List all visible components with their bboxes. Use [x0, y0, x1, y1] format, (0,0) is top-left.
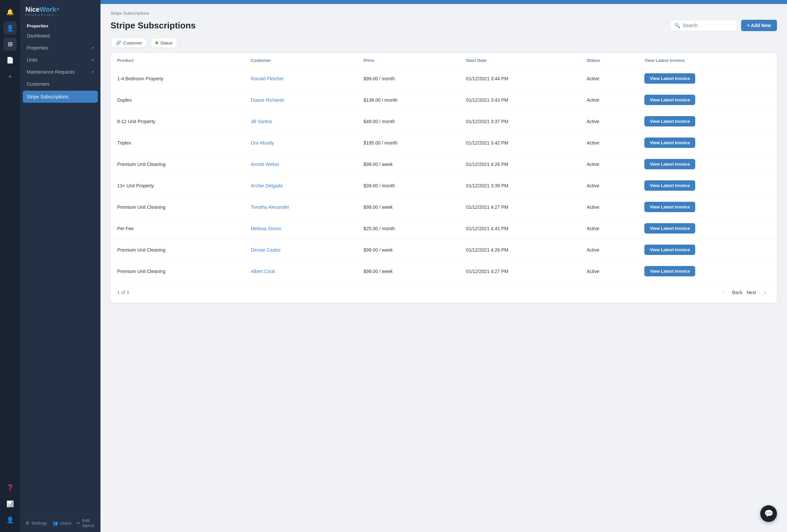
add-new-button[interactable]: + Add New	[741, 20, 777, 31]
notification-icon-btn[interactable]: 🔔	[3, 5, 17, 19]
chart-icon-btn[interactable]: 📊	[3, 497, 17, 511]
page-header: Stripe Subscriptions 🔍 + Add New	[110, 20, 777, 31]
sidebar-item-label-units: Units	[27, 57, 38, 63]
breadcrumb: Stripe Subscriptions	[110, 11, 777, 16]
brand-work: Work	[40, 6, 56, 13]
file-icon-btn[interactable]: 📄	[3, 53, 17, 67]
brand-logo: NiceWork^ PROPERTIES	[20, 0, 101, 21]
cell-invoice-3: View Latest Invoice	[638, 132, 777, 154]
back-arrow-icon[interactable]: ‹	[718, 287, 728, 297]
cell-status-7: Active	[580, 218, 638, 239]
view-invoice-button-8[interactable]: View Latest Invoice	[644, 245, 695, 255]
table-row: Premium Unit Cleaning Denise Castro $99.…	[110, 239, 777, 261]
sidebar-item-maintenance[interactable]: Maintenance Requests ▾	[20, 66, 101, 78]
cell-customer-9: Albert Cook	[244, 261, 357, 282]
cell-customer-7: Melissa Simon	[244, 218, 357, 239]
cell-invoice-9: View Latest Invoice	[638, 261, 777, 282]
search-input[interactable]	[683, 23, 733, 28]
view-invoice-button-1[interactable]: View Latest Invoice	[644, 95, 695, 105]
chevron-down-icon-units: ▾	[92, 58, 94, 62]
table-row: Duplex Duane Richards $138.00 / month 01…	[110, 89, 777, 111]
chat-bubble[interactable]: 💬	[760, 505, 777, 522]
col-product: Product	[110, 53, 244, 68]
cell-customer-1: Duane Richards	[244, 89, 357, 111]
cell-product-2: 8-12 Unit Property	[110, 111, 244, 132]
table-row: Pet Fee Melissa Simon $25.00 / month 01/…	[110, 218, 777, 239]
cell-product-1: Duplex	[110, 89, 244, 111]
brand-caret: ^	[56, 7, 59, 13]
customer-link-3[interactable]: Ora Moody	[251, 140, 274, 146]
cell-price-5: $39.00 / month	[357, 175, 460, 196]
customer-link-6[interactable]: Timothy Alexander	[251, 204, 289, 210]
header-actions: 🔍 + Add New	[670, 20, 777, 31]
cell-status-4: Active	[580, 154, 638, 175]
users-button[interactable]: 👥 Users	[52, 520, 71, 526]
help-icon-btn[interactable]: ❓	[3, 481, 17, 494]
pagination: 1 of 3 ‹ Back Next ›	[110, 282, 777, 303]
view-invoice-button-6[interactable]: View Latest Invoice	[644, 202, 695, 212]
edit-icon: ✏	[77, 520, 80, 526]
person-icon-btn[interactable]: 👤	[3, 513, 17, 527]
cell-date-5: 01/12/2021 3:39 PM	[460, 175, 580, 196]
cell-product-3: Triplex	[110, 132, 244, 154]
view-invoice-button-2[interactable]: View Latest Invoice	[644, 116, 695, 127]
cell-invoice-0: View Latest Invoice	[638, 68, 777, 89]
filters-bar: 🔗 Customer Status	[110, 38, 777, 48]
grid-icon-btn[interactable]: ⊞	[3, 38, 17, 51]
customer-link-9[interactable]: Albert Cook	[251, 269, 275, 274]
settings-button[interactable]: ⚙ Settings	[25, 520, 47, 526]
cell-customer-2: Jill Santos	[244, 111, 357, 132]
back-button[interactable]: Back	[732, 290, 742, 295]
cell-date-0: 01/12/2021 3:44 PM	[460, 68, 580, 89]
filter-status-label: Status	[160, 41, 172, 45]
cell-date-9: 01/12/2021 4:27 PM	[460, 261, 580, 282]
link-icon: 🔗	[115, 40, 121, 45]
status-dot-icon	[155, 42, 158, 44]
table-row: 13+ Unit Property Archie Delgado $39.00 …	[110, 175, 777, 196]
search-icon: 🔍	[675, 23, 680, 28]
sidebar-item-units[interactable]: Units ▾	[20, 54, 101, 66]
view-invoice-button-9[interactable]: View Latest Invoice	[644, 266, 695, 276]
cell-invoice-1: View Latest Invoice	[638, 89, 777, 111]
sidebar-item-label-maintenance: Maintenance Requests	[27, 69, 75, 74]
col-customer: Customer	[244, 53, 357, 68]
edit-layout-button[interactable]: ✏ Edit layout	[77, 518, 95, 528]
filter-customer[interactable]: 🔗 Customer	[110, 38, 147, 48]
next-button[interactable]: Next	[746, 290, 756, 295]
view-invoice-button-5[interactable]: View Latest Invoice	[644, 180, 695, 191]
view-invoice-button-0[interactable]: View Latest Invoice	[644, 73, 695, 84]
cell-date-4: 01/12/2021 4:26 PM	[460, 154, 580, 175]
next-arrow-icon[interactable]: ›	[760, 287, 770, 297]
filter-status[interactable]: Status	[150, 38, 177, 48]
customer-link-7[interactable]: Melissa Simon	[251, 226, 281, 231]
cell-date-7: 01/12/2021 4:41 PM	[460, 218, 580, 239]
view-invoice-button-4[interactable]: View Latest Invoice	[644, 159, 695, 169]
table-row: 8-12 Unit Property Jill Santos $49.00 / …	[110, 111, 777, 132]
sidebar-item-customers[interactable]: Customers	[20, 78, 101, 90]
cell-price-2: $49.00 / month	[357, 111, 460, 132]
nav-sidebar: NiceWork^ PROPERTIES Properties Dashboar…	[20, 0, 101, 532]
chevron-down-icon: ▾	[92, 45, 94, 50]
cell-product-4: Premium Unit Cleaning	[110, 154, 244, 175]
customer-link-2[interactable]: Jill Santos	[251, 119, 272, 124]
customer-link-4[interactable]: Arnold Weber	[251, 162, 279, 167]
sidebar-item-stripe-subscriptions[interactable]: Stripe Subscriptions	[23, 91, 98, 103]
brand-subtitle: PROPERTIES	[25, 14, 95, 17]
sidebar-item-properties[interactable]: Properties ▾	[20, 42, 101, 54]
view-invoice-button-7[interactable]: View Latest Invoice	[644, 223, 695, 234]
cell-customer-5: Archie Delgado	[244, 175, 357, 196]
customer-link-5[interactable]: Archie Delgado	[251, 183, 283, 189]
settings-label: Settings	[31, 520, 47, 526]
customer-link-1[interactable]: Duane Richards	[251, 97, 284, 103]
users-icon-btn[interactable]: 👤	[3, 21, 17, 35]
sidebar-item-label-stripe: Stripe Subscriptions	[27, 94, 69, 99]
cell-price-9: $99.00 / week	[357, 261, 460, 282]
cell-invoice-6: View Latest Invoice	[638, 196, 777, 218]
sidebar-item-dashboard[interactable]: Dashboard	[20, 30, 101, 42]
customer-link-0[interactable]: Ronald Fletcher	[251, 76, 284, 81]
cell-status-0: Active	[580, 68, 638, 89]
search-box[interactable]: 🔍	[670, 20, 737, 31]
view-invoice-button-3[interactable]: View Latest Invoice	[644, 137, 695, 148]
add-icon-btn[interactable]: ＋	[3, 70, 17, 83]
customer-link-8[interactable]: Denise Castro	[251, 247, 281, 252]
